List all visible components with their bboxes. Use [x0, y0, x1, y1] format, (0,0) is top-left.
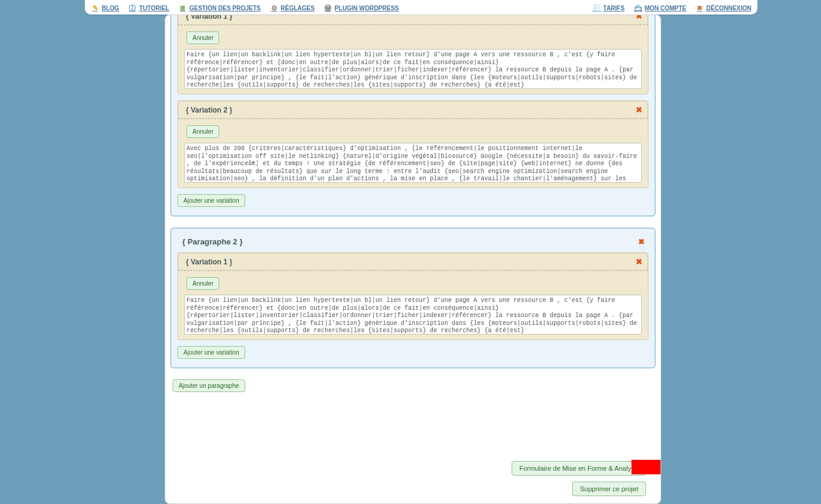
nav-blog-label: BLOG [102, 5, 119, 11]
nav-gestion-projets-label: GESTION DES PROJETS [190, 5, 261, 11]
nav-deconnexion-label: DÉCONNEXION [707, 5, 751, 11]
p2-variation-1-header: { Variation 1 } [178, 253, 648, 270]
paragraphe-1: { Variation 1 } Annuler { Variation 2 } [170, 15, 656, 217]
paragraphe-2-header: { Paragraphe 2 } [177, 235, 648, 252]
nav-plugin-wordpress-icon: Ⓦ [324, 4, 332, 12]
variation-2-title: { Variation 2 } [186, 106, 232, 114]
variation-1-textarea[interactable] [184, 49, 642, 89]
topbar: ✎BLOGⓘTUTORIEL≣GESTION DES PROJETS⚙RÉGLA… [85, 0, 757, 15]
variation-2-box: { Variation 2 } Annuler [177, 100, 648, 188]
nav-gestion-projets[interactable]: ≣GESTION DES PROJETS [179, 4, 261, 12]
paragraphe-2-title: { Paragraphe 2 } [182, 237, 243, 246]
nav-plugin-wordpress-label: PLUGIN WORDPRESS [335, 5, 399, 11]
nav-deconnexion[interactable]: ✖DÉCONNEXION [696, 4, 751, 12]
main-content: { Variation 1 } Annuler { Variation 2 } [165, 15, 661, 504]
nav-tarifs-label: TARIFS [603, 5, 624, 11]
ajouter-variation-button[interactable]: Ajouter une variation [177, 346, 245, 359]
paragraphe-2: { Paragraphe 2 } { Variation 1 } Annuler… [170, 227, 656, 368]
nav-right: 🧾TARIFS📇MON COMPTE✖DÉCONNEXION [592, 4, 751, 12]
nav-tarifs[interactable]: 🧾TARIFS [592, 4, 624, 12]
variation-2-header: { Variation 2 } [178, 101, 648, 119]
nav-mon-compte[interactable]: 📇MON COMPTE [634, 4, 687, 12]
nav-tutoriel[interactable]: ⓘTUTORIEL [128, 4, 170, 12]
nav-reglages[interactable]: ⚙RÉGLAGES [270, 4, 315, 12]
close-icon[interactable] [636, 15, 642, 21]
annuler-button[interactable]: Annuler [186, 31, 219, 44]
ajouter-variation-button[interactable]: Ajouter une variation [177, 194, 245, 207]
variation-2-textarea[interactable] [184, 143, 642, 183]
nav-blog[interactable]: ✎BLOG [91, 4, 119, 12]
close-icon[interactable] [636, 105, 642, 114]
nav-mon-compte-icon: 📇 [634, 4, 642, 12]
variation-1-box: { Variation 1 } Annuler [177, 15, 648, 94]
nav-left: ✎BLOGⓘTUTORIEL≣GESTION DES PROJETS⚙RÉGLA… [91, 4, 399, 12]
annuler-button[interactable]: Annuler [186, 125, 219, 138]
nav-tutoriel-icon: ⓘ [128, 4, 137, 12]
variation-1-header: { Variation 1 } [178, 15, 648, 25]
annuler-button[interactable]: Annuler [186, 277, 219, 290]
p2-variation-1-box: { Variation 1 } Annuler [177, 252, 648, 340]
nav-mon-compte-label: MON COMPTE [645, 5, 687, 11]
close-icon[interactable] [636, 257, 642, 266]
nav-tarifs-icon: 🧾 [592, 4, 601, 12]
nav-reglages-icon: ⚙ [270, 4, 279, 12]
variation-1-title: { Variation 1 } [186, 15, 232, 21]
nav-gestion-projets-icon: ≣ [179, 4, 187, 12]
formulaire-button[interactable]: Formulaire de Mise en Forme & Analyse [512, 461, 646, 476]
bottom-actions: Formulaire de Mise en Forme & Analyse Su… [512, 461, 646, 496]
p2-variation-1-textarea[interactable] [184, 295, 642, 335]
close-icon[interactable] [638, 237, 645, 246]
nav-deconnexion-icon: ✖ [696, 4, 704, 12]
nav-reglages-label: RÉGLAGES [281, 5, 315, 11]
p2-variation-1-title: { Variation 1 } [186, 258, 232, 266]
nav-blog-icon: ✎ [91, 4, 99, 12]
nav-plugin-wordpress[interactable]: ⓌPLUGIN WORDPRESS [324, 4, 399, 12]
ajouter-paragraphe-button[interactable]: Ajouter un paragraphe [173, 379, 245, 392]
supprimer-projet-button[interactable]: Supprimer ce projet [572, 482, 646, 496]
nav-tutoriel-label: TUTORIEL [139, 5, 170, 11]
